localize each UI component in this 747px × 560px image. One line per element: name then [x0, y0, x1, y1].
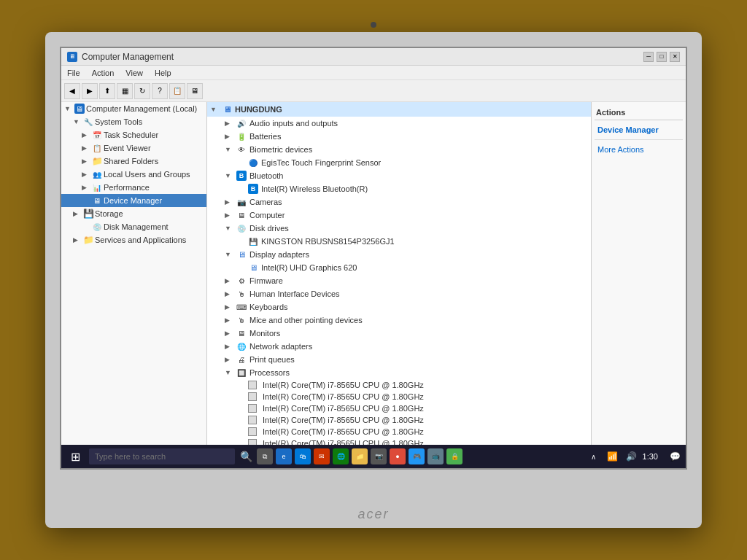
tree-event-viewer[interactable]: ▶ 📋 Event Viewer — [61, 141, 206, 155]
device-processors[interactable]: ▼ 🔲 Processors — [207, 366, 591, 379]
storage-arrow: ▶ — [73, 210, 82, 217]
taskbar-store[interactable]: 🛍 — [295, 448, 311, 464]
disk-drives-icon: 💿 — [236, 223, 247, 233]
batteries-icon: 🔋 — [236, 131, 247, 141]
device-intel-uhd[interactable]: 🖥 Intel(R) UHD Graphics 620 — [207, 261, 591, 274]
intel-bt-icon: B — [248, 184, 258, 194]
tree-system-tools[interactable]: ▼ 🔧 System Tools — [61, 115, 206, 128]
device-hid[interactable]: ▶ 🖱 Human Interface Devices — [207, 287, 591, 300]
taskbar: ⊞ 🔍 ⧉ e 🛍 ✉ 🌐 📁 📷 ● 🎮 📺 🔒 ∧ 📶 🔊 1:30 💬 — [61, 445, 686, 468]
taskbar-app2[interactable]: 📺 — [427, 448, 444, 464]
tray-network[interactable]: 📶 — [605, 448, 621, 464]
tree-device-manager[interactable]: 🖥 Device Manager — [61, 194, 206, 207]
device-batteries[interactable]: ▶ 🔋 Batteries — [207, 130, 591, 143]
show-hide-button[interactable]: ▦ — [117, 83, 133, 99]
right-panel: Actions Device Manager More Actions — [591, 102, 686, 470]
device-intel-bt[interactable]: B Intel(R) Wireless Bluetooth(R) — [207, 182, 591, 195]
taskbar-mail[interactable]: ✉ — [314, 448, 330, 464]
device-cpu-1[interactable]: Intel(R) Core(TM) i7-8565U CPU @ 1.80GHz — [207, 391, 591, 402]
device-biometric[interactable]: ▼ 👁 Biometric devices — [207, 143, 591, 156]
device-mice[interactable]: ▶ 🖱 Mice and other pointing devices — [207, 314, 591, 327]
device-root[interactable]: ▼ 🖥 HUNGDUNG — [207, 102, 591, 117]
device-print[interactable]: ▶ 🖨 Print queues — [207, 353, 591, 366]
left-panel: ▼ 🖥 Computer Management (Local) ▼ 🔧 Syst… — [61, 102, 207, 470]
device-bluetooth[interactable]: ▼ B Bluetooth — [207, 169, 591, 182]
menu-help[interactable]: Help — [155, 69, 171, 77]
device-cpu-3[interactable]: Intel(R) Core(TM) i7-8565U CPU @ 1.80GHz — [207, 414, 591, 426]
device-monitors[interactable]: ▶ 🖥 Monitors — [207, 327, 591, 340]
taskbar-ie[interactable]: e — [276, 448, 292, 464]
device-cpu-0[interactable]: Intel(R) Core(TM) i7-8565U CPU @ 1.80GHz — [207, 379, 591, 391]
computer-icon: 🖥 — [74, 104, 85, 114]
device-audio[interactable]: ▶ 🔊 Audio inputs and outputs — [207, 117, 591, 130]
tree-storage-label: Storage — [95, 209, 123, 218]
menu-view[interactable]: View — [125, 69, 143, 77]
device-keyboards[interactable]: ▶ ⌨ Keyboards — [207, 300, 591, 314]
refresh-button[interactable]: ↻ — [134, 83, 150, 99]
device-firmware[interactable]: ▶ ⚙ Firmware — [207, 274, 591, 287]
tree-local-users[interactable]: ▶ 👥 Local Users and Groups — [61, 168, 206, 181]
menu-action[interactable]: Action — [92, 69, 115, 77]
event-viewer-arrow: ▶ — [82, 144, 90, 152]
taskbar-view[interactable]: ⧉ — [257, 448, 273, 464]
device-egistec[interactable]: 🔵 EgisTec Touch Fingerprint Sensor — [207, 156, 591, 169]
taskbar-file-explorer[interactable]: 📁 — [352, 448, 368, 464]
minimize-button[interactable]: ─ — [643, 52, 654, 62]
tree-root[interactable]: ▼ 🖥 Computer Management (Local) — [61, 102, 206, 115]
tree-system-tools-label: System Tools — [95, 117, 142, 126]
up-button[interactable]: ⬆ — [99, 83, 115, 99]
device-display[interactable]: ▼ 🖥 Display adapters — [207, 248, 591, 261]
firmware-icon: ⚙ — [236, 276, 247, 286]
back-button[interactable]: ◀ — [64, 83, 80, 99]
display-icon: 🖥 — [236, 249, 247, 260]
task-scheduler-icon: 📅 — [92, 130, 102, 140]
tree-local-users-label: Local Users and Groups — [104, 170, 190, 179]
close-button[interactable]: ✕ — [670, 52, 680, 62]
mice-arrow: ▶ — [225, 316, 233, 324]
export-button[interactable]: 📋 — [169, 83, 185, 99]
device-cameras[interactable]: ▶ 📷 Cameras — [207, 195, 591, 209]
device-processors-label: Processors — [249, 368, 290, 377]
cpu1-icon — [248, 392, 257, 401]
monitors-icon: 🖥 — [236, 328, 247, 338]
tray-volume[interactable]: 🔊 — [624, 448, 640, 464]
device-print-label: Print queues — [249, 355, 295, 364]
bluetooth-arrow: ▼ — [225, 172, 233, 179]
tree-disk-management[interactable]: 💿 Disk Management — [61, 220, 206, 233]
taskbar-chrome[interactable]: ● — [390, 448, 406, 464]
help-button[interactable]: ? — [152, 83, 168, 99]
menu-file[interactable]: File — [67, 69, 80, 77]
tray-up-arrow[interactable]: ∧ — [586, 448, 602, 464]
action-more-actions[interactable]: More Actions — [595, 143, 683, 156]
view-button[interactable]: 🖥 — [187, 83, 203, 99]
menu-bar: File Action View Help — [61, 66, 686, 80]
tray-notification[interactable]: 💬 — [667, 448, 683, 464]
taskbar-edge[interactable]: 🌐 — [333, 448, 349, 464]
device-network[interactable]: ▶ 🌐 Network adapters — [207, 340, 591, 353]
tree-task-scheduler[interactable]: ▶ 📅 Task Scheduler — [61, 128, 206, 141]
device-network-label: Network adapters — [249, 342, 312, 351]
taskbar-vpn[interactable]: 🔒 — [446, 448, 462, 464]
tree-performance[interactable]: ▶ 📊 Performance — [61, 181, 206, 194]
device-disk-drives-label: Disk drives — [249, 224, 289, 233]
processors-arrow: ▼ — [225, 369, 233, 376]
device-disk-drives[interactable]: ▼ 💿 Disk drives — [207, 222, 591, 235]
start-button[interactable]: ⊞ — [64, 447, 86, 466]
shared-folders-icon: 📁 — [92, 156, 102, 166]
taskbar-cortana[interactable]: 🔍 — [238, 448, 254, 464]
device-computer[interactable]: ▶ 🖥 Computer — [207, 209, 591, 222]
maximize-button[interactable]: □ — [657, 52, 667, 62]
device-kingston[interactable]: 💾 KINGSTON RBUSNS8154P3256GJ1 — [207, 235, 591, 248]
taskbar-app1[interactable]: 🎮 — [409, 448, 425, 464]
audio-arrow: ▶ — [225, 120, 233, 127]
device-cpu-2[interactable]: Intel(R) Core(TM) i7-8565U CPU @ 1.80GHz — [207, 402, 591, 414]
device-cpu-4[interactable]: Intel(R) Core(TM) i7-8565U CPU @ 1.80GHz — [207, 426, 591, 438]
forward-button[interactable]: ▶ — [82, 83, 98, 99]
tree-storage[interactable]: ▶ 💾 Storage — [61, 207, 206, 220]
tree-services[interactable]: ▶ 📁 Services and Applications — [61, 233, 206, 246]
taskbar-camera[interactable]: 📷 — [371, 448, 387, 464]
cpu0-icon — [248, 381, 257, 389]
tree-shared-folders[interactable]: ▶ 📁 Shared Folders — [61, 155, 206, 168]
search-input[interactable] — [89, 448, 235, 464]
action-device-manager[interactable]: Device Manager — [595, 123, 683, 136]
